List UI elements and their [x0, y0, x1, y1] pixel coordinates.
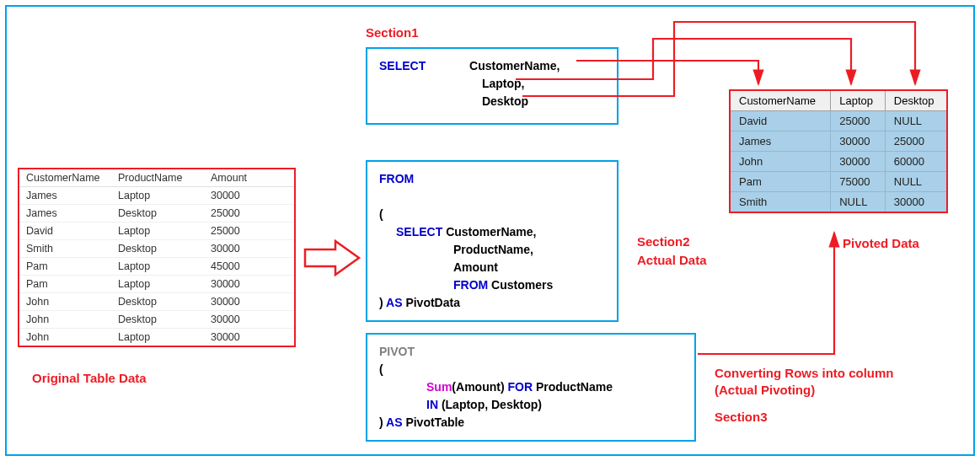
pivoted-data-table: CustomerName Laptop Desktop David25000NU…: [729, 89, 948, 213]
cell: David: [19, 222, 111, 240]
cell: 45000: [204, 258, 295, 276]
svg-marker-0: [305, 241, 359, 275]
kw-from: FROM: [379, 172, 414, 185]
cell: NULL: [885, 172, 947, 192]
table-row: Pam75000NULL: [730, 172, 947, 192]
label-section1: Section1: [366, 25, 419, 40]
sql-pivot-box: PIVOT ( Sum(Amount) FOR ProductName IN (…: [366, 333, 696, 442]
cell: Smith: [19, 240, 111, 258]
cell: NULL: [831, 192, 886, 213]
cell: 25000: [831, 111, 886, 131]
cell: John: [19, 329, 111, 347]
label-section2: Section2: [637, 234, 690, 249]
cell: Desktop: [111, 205, 204, 222]
select-col3: Desktop: [482, 94, 528, 108]
table-row: JohnDesktop30000: [19, 311, 295, 329]
cell: 75000: [831, 172, 886, 192]
pth-desktop: Desktop: [885, 90, 947, 111]
cell: Laptop: [111, 187, 204, 205]
cell: John: [730, 152, 831, 172]
pth-customername: CustomerName: [730, 90, 831, 111]
cell: Pam: [730, 172, 831, 192]
cell: 30000: [204, 240, 295, 258]
label-section3-desc1: Converting Rows into column: [715, 366, 894, 380]
cell: James: [19, 187, 111, 205]
cell: Laptop: [111, 329, 204, 347]
table-row: PamLaptop30000: [19, 276, 295, 293]
cell: Laptop: [111, 222, 204, 240]
th-productname: ProductName: [111, 169, 204, 187]
table-row: PamLaptop45000: [19, 258, 295, 276]
cell: Laptop: [111, 258, 204, 276]
label-section3-desc2: (Actual Pivoting): [715, 383, 815, 397]
cell: Desktop: [111, 311, 204, 329]
cell: 30000: [204, 293, 295, 311]
select-col2: Laptop: [482, 77, 522, 90]
cell: David: [730, 111, 831, 131]
cell: James: [730, 131, 831, 152]
cell: 60000: [885, 152, 947, 172]
cell: Laptop: [111, 276, 204, 293]
table-row: James3000025000: [730, 131, 947, 152]
label-section2-sub: Actual Data: [637, 253, 707, 267]
cell: John: [19, 293, 111, 311]
cell: Pam: [19, 276, 111, 293]
original-data-table: CustomerName ProductName Amount JamesLap…: [18, 168, 296, 347]
select-col1: CustomerName: [469, 59, 556, 72]
kw-select: SELECT: [379, 59, 426, 72]
sql-select-box: SELECT CustomerName, Laptop, Desktop: [366, 47, 619, 125]
cell: 30000: [831, 131, 886, 152]
cell: 30000: [885, 192, 947, 213]
table-row: JamesDesktop25000: [19, 205, 295, 222]
label-pivoted-data: Pivoted Data: [843, 236, 919, 250]
sql-from-box: FROM ( SELECT CustomerName, ProductName,…: [366, 160, 619, 322]
table-row: SmithNULL30000: [730, 192, 947, 213]
cell: 25000: [885, 131, 947, 152]
cell: NULL: [885, 111, 947, 131]
th-amount: Amount: [204, 169, 295, 187]
cell: 30000: [204, 311, 295, 329]
label-section3: Section3: [715, 410, 768, 424]
cell: 30000: [831, 152, 886, 172]
cell: Desktop: [111, 240, 204, 258]
table-row: John3000060000: [730, 152, 947, 172]
table-row: DavidLaptop25000: [19, 222, 295, 240]
cell: 30000: [204, 276, 295, 293]
table-row: JohnLaptop30000: [19, 329, 295, 347]
table-row: JamesLaptop30000: [19, 187, 295, 205]
table-row: SmithDesktop30000: [19, 240, 295, 258]
label-original-table: Original Table Data: [32, 371, 147, 385]
cell: Pam: [19, 258, 111, 276]
pth-laptop: Laptop: [831, 90, 886, 111]
cell: James: [19, 205, 111, 222]
kw-pivot: PIVOT: [379, 345, 415, 358]
cell: 30000: [204, 329, 295, 347]
cell: 30000: [204, 187, 295, 205]
cell: John: [19, 311, 111, 329]
th-customername: CustomerName: [19, 169, 111, 187]
table-row: David25000NULL: [730, 111, 947, 131]
cell: 25000: [204, 205, 295, 222]
cell: 25000: [204, 222, 295, 240]
cell: Desktop: [111, 293, 204, 311]
cell: Smith: [730, 192, 831, 213]
table-row: JohnDesktop30000: [19, 293, 295, 311]
big-arrow-icon: [303, 239, 362, 276]
